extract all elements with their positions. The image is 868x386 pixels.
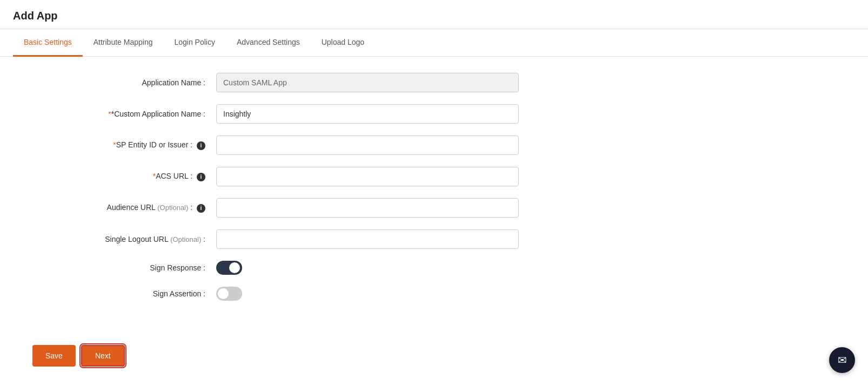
audience-url-input[interactable] <box>216 198 519 218</box>
sign-response-label: Sign Response : <box>32 263 216 272</box>
sign-assertion-toggle[interactable] <box>216 287 242 301</box>
acs-url-row: *ACS URL : i <box>32 167 562 186</box>
form-container: Application Name : **Custom Application … <box>0 57 595 329</box>
sp-entity-label: *SP Entity ID or Issuer : i <box>32 140 216 150</box>
page-title: Add App <box>13 10 855 22</box>
audience-url-label: Audience URL (Optional) : i <box>32 203 216 212</box>
custom-app-name-label: **Custom Application Name : <box>32 110 216 118</box>
audience-url-row: Audience URL (Optional) : i <box>32 198 562 218</box>
custom-app-name-input[interactable] <box>216 104 519 124</box>
audience-url-info-icon: i <box>197 204 205 213</box>
chat-bubble[interactable]: ✉ <box>829 347 855 373</box>
sp-entity-info-icon: i <box>197 141 205 150</box>
sign-response-toggle-container <box>216 261 519 275</box>
sp-entity-row: *SP Entity ID or Issuer : i <box>32 136 562 155</box>
acs-url-input[interactable] <box>216 167 519 186</box>
next-button[interactable]: Next <box>81 345 125 367</box>
sign-assertion-slider <box>216 287 242 301</box>
sign-response-slider <box>216 261 242 275</box>
sp-entity-input[interactable] <box>216 136 519 155</box>
application-name-row: Application Name : <box>32 73 562 92</box>
single-logout-input[interactable] <box>216 229 519 249</box>
chat-icon: ✉ <box>838 354 847 367</box>
tab-basic-settings[interactable]: Basic Settings <box>13 29 83 57</box>
tab-login-policy[interactable]: Login Policy <box>163 29 226 57</box>
tab-advanced-settings[interactable]: Advanced Settings <box>226 29 311 57</box>
custom-app-name-row: **Custom Application Name : <box>32 104 562 124</box>
sign-response-row: Sign Response : <box>32 261 562 275</box>
footer-buttons: Save Next <box>0 334 868 377</box>
save-button[interactable]: Save <box>32 345 76 367</box>
sign-assertion-label: Sign Assertion : <box>32 289 216 298</box>
application-name-label: Application Name : <box>32 78 216 87</box>
sign-assertion-row: Sign Assertion : <box>32 287 562 301</box>
application-name-input[interactable] <box>216 73 519 92</box>
tab-upload-logo[interactable]: Upload Logo <box>311 29 375 57</box>
acs-url-label: *ACS URL : i <box>32 172 216 181</box>
tabs-container: Basic Settings Attribute Mapping Login P… <box>0 29 868 57</box>
single-logout-row: Single Logout URL (Optional) : <box>32 229 562 249</box>
sign-response-toggle[interactable] <box>216 261 242 275</box>
tab-attribute-mapping[interactable]: Attribute Mapping <box>83 29 164 57</box>
page-header: Add App <box>0 0 868 29</box>
sign-assertion-toggle-container <box>216 287 519 301</box>
acs-url-info-icon: i <box>197 173 205 181</box>
single-logout-label: Single Logout URL (Optional) : <box>32 235 216 243</box>
